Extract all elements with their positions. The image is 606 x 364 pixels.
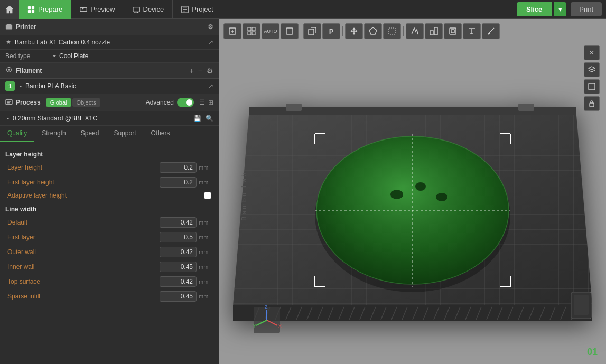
tab-speed[interactable]: Speed	[73, 126, 107, 142]
first-layer-unit: mm	[199, 234, 211, 240]
viewport[interactable]: AUTO P	[219, 19, 606, 364]
filament-title: Filament	[16, 67, 42, 74]
layer-height-input[interactable]	[160, 162, 197, 173]
process-badges: Global Objects	[46, 98, 100, 107]
toolbar-separator-1	[301, 26, 301, 36]
tab-prepare[interactable]: Prepare	[19, 0, 71, 19]
badge-objects[interactable]: Objects	[72, 98, 100, 107]
default-input[interactable]	[160, 217, 197, 228]
first-layer-input[interactable]	[160, 232, 197, 242]
layer-height-group-title: Layer height	[5, 146, 213, 160]
svg-rect-13	[248, 27, 251, 31]
rs-lock-icon[interactable]	[584, 96, 600, 111]
layer-height-value: mm	[160, 162, 211, 173]
topbar-right: Slice ▾ Print	[517, 2, 606, 16]
printer-settings-icon[interactable]: ⚙	[208, 23, 213, 31]
tool-measure-icon[interactable]	[482, 23, 500, 39]
svg-rect-28	[518, 104, 534, 111]
first-layer-height-row: First layer height mm	[5, 175, 213, 190]
slice-dropdown-button[interactable]: ▾	[554, 2, 566, 16]
tab-quality[interactable]: Quality	[0, 126, 34, 142]
quality-tabs: Quality Strength Speed Support Others	[0, 126, 219, 142]
outer-wall-unit: mm	[199, 249, 211, 255]
tool-orient-icon[interactable]	[406, 23, 424, 39]
rs-stack-icon[interactable]	[584, 79, 600, 94]
tool-add-icon[interactable]	[223, 23, 241, 39]
slice-button[interactable]: Slice	[517, 2, 552, 16]
svg-text:X: X	[278, 323, 282, 329]
tab-device[interactable]: Device	[124, 0, 173, 19]
svg-rect-16	[252, 32, 255, 35]
print-button[interactable]: Print	[571, 2, 602, 16]
sparse-infill-value: mm	[160, 291, 211, 302]
tool-grid-icon[interactable]	[243, 23, 260, 39]
rs-close-icon[interactable]: ✕	[584, 45, 600, 60]
process-advanced: Advanced	[146, 98, 194, 107]
svg-point-67	[390, 190, 403, 199]
printer-external-icon[interactable]: ↗	[208, 39, 213, 46]
layer-height-label: Layer height	[7, 164, 160, 171]
home-button[interactable]	[0, 0, 19, 19]
tool-polygon-icon[interactable]	[364, 23, 382, 39]
preset-save-icon[interactable]: 💾	[193, 115, 201, 122]
tool-auto-icon[interactable]: AUTO	[262, 23, 279, 39]
tool-frame-icon[interactable]	[281, 23, 299, 39]
filament-remove-icon[interactable]: −	[198, 67, 202, 75]
svg-rect-0	[28, 6, 31, 8]
tool-copy-icon[interactable]	[303, 23, 321, 39]
rs-layers-icon[interactable]	[584, 62, 600, 77]
tool-select-icon[interactable]	[383, 23, 401, 39]
svg-rect-2	[28, 10, 31, 12]
default-unit: mm	[199, 219, 211, 226]
svg-text:Z: Z	[265, 304, 268, 310]
layer-height-unit: mm	[199, 164, 211, 171]
tab-support[interactable]: Support	[106, 126, 143, 142]
preset-row: 0.20mm Standard @BBL X1C 💾 🔍	[0, 111, 219, 126]
preset-search-icon[interactable]: 🔍	[206, 115, 213, 122]
inner-wall-input[interactable]	[160, 262, 197, 272]
filament-settings-icon[interactable]: ⚙	[207, 67, 213, 75]
tool-text-icon[interactable]	[463, 23, 481, 39]
first-layer-label: First layer	[7, 234, 160, 241]
filament-add-icon[interactable]: +	[190, 67, 194, 75]
advanced-toggle[interactable]	[177, 98, 194, 107]
svg-rect-6	[6, 25, 12, 30]
svg-point-69	[436, 193, 447, 201]
svg-rect-7	[7, 24, 12, 26]
first-layer-height-input[interactable]	[160, 177, 197, 188]
inner-wall-label: Inner wall	[7, 263, 160, 270]
bed-type-value[interactable]: Cool Plate	[52, 52, 88, 60]
process-actions: ☰ ⊞	[199, 99, 213, 106]
tab-project[interactable]: Project	[173, 0, 222, 19]
svg-rect-17	[286, 28, 293, 34]
sparse-infill-input[interactable]	[160, 291, 197, 302]
filament-external-icon[interactable]: ↗	[208, 82, 213, 90]
outer-wall-label: Outer wall	[7, 248, 160, 256]
top-surface-unit: mm	[199, 278, 211, 285]
tab-others[interactable]: Others	[143, 126, 177, 142]
bed-container: Bambu Lab	[230, 45, 595, 353]
tool-p-icon[interactable]: P	[322, 23, 340, 39]
tool-arrange-icon[interactable]	[425, 23, 443, 39]
printer-section-header: Printer ⚙	[0, 19, 219, 35]
default-label: Default	[7, 219, 160, 226]
top-surface-input[interactable]	[160, 276, 197, 287]
tool-hollow-icon[interactable]	[444, 23, 462, 39]
tab-strength[interactable]: Strength	[34, 126, 73, 142]
filament-name: Bambu PLA Basic	[18, 82, 76, 90]
adaptive-layer-height-checkbox[interactable]	[204, 192, 211, 199]
sparse-infill-row: Sparse infill mm	[5, 289, 213, 304]
svg-point-10	[8, 69, 10, 71]
badge-global[interactable]: Global	[46, 98, 71, 107]
line-width-group-title: Line width	[5, 201, 213, 215]
process-list-icon[interactable]: ☰	[199, 99, 205, 106]
process-compare-icon[interactable]: ⊞	[208, 99, 213, 106]
inner-wall-value: mm	[160, 262, 211, 272]
tool-move-icon[interactable]	[345, 23, 363, 39]
svg-rect-14	[252, 27, 255, 31]
settings-content: Layer height Layer height mm First layer…	[0, 142, 219, 364]
outer-wall-input[interactable]	[160, 247, 197, 257]
tab-preview[interactable]: Preview	[71, 0, 124, 19]
advanced-label: Advanced	[146, 99, 174, 106]
svg-rect-3	[32, 10, 34, 12]
